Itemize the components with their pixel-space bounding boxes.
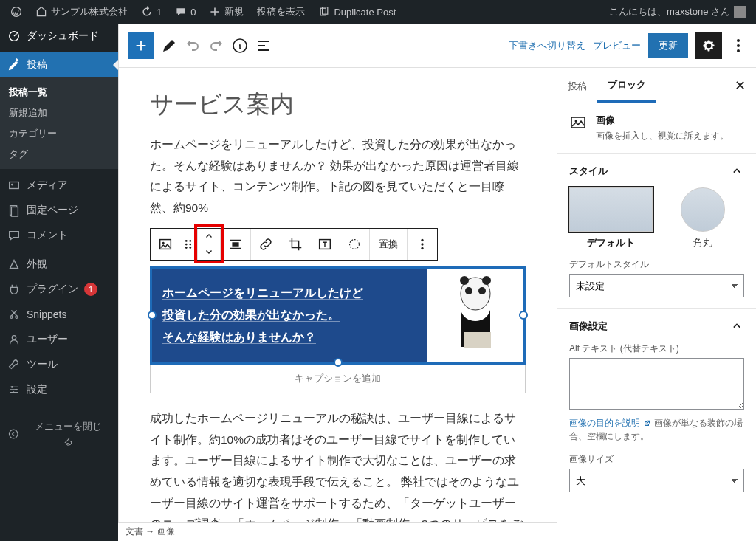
submenu-categories[interactable]: カテゴリー (0, 123, 118, 144)
paragraph-block[interactable]: ホームページをリニューアルしたけど、投資した分の効果が出なかった。そんな経験はあ… (150, 134, 526, 219)
svg-point-21 (185, 240, 188, 242)
block-type-icon[interactable] (151, 229, 180, 260)
menu-posts[interactable]: 投稿 (0, 52, 118, 77)
svg-point-24 (189, 243, 191, 245)
comments-count[interactable]: 0 (171, 0, 200, 24)
view-post[interactable]: 投稿を表示 (252, 0, 309, 24)
align-button[interactable] (221, 229, 250, 260)
svg-point-31 (421, 243, 423, 245)
svg-point-14 (9, 430, 18, 438)
editor-header: 下書きへ切り替え プレビュー 更新 (119, 24, 756, 68)
editor-canvas[interactable]: サービス案内 ホームページをリニューアルしたけど、投資した分の効果が出なかった。… (119, 68, 557, 541)
duplicate-post[interactable]: Duplicate Post (314, 0, 400, 24)
menu-collapse[interactable]: メニューを閉じる (0, 406, 118, 461)
image-content-text: ホームページをリニューアルしたけど 投資した分の効果が出なかった。 そんな経験は… (152, 269, 427, 362)
settings-button[interactable] (695, 32, 722, 59)
menu-posts-sub: 投稿一覧 新規追加 カテゴリー タグ (0, 77, 118, 169)
image-figure (427, 269, 523, 362)
edit-mode-icon[interactable] (160, 37, 178, 55)
block-toolbar: 置換 (150, 228, 438, 261)
svg-point-23 (185, 243, 188, 245)
block-movers (197, 229, 221, 260)
resize-handle-right[interactable] (519, 311, 528, 320)
menu-comments[interactable]: コメント (0, 223, 118, 248)
menu-plugins[interactable]: プラグイン1 (0, 277, 118, 302)
new-content[interactable]: 新規 (205, 0, 248, 24)
resize-handle-left[interactable] (148, 311, 157, 320)
inspector-panel: 投稿 ブロック ✕ 画像 画像を挿入し、視覚に訴えます。 スタイル (557, 68, 756, 541)
text-overlay-button[interactable] (310, 229, 340, 260)
menu-pages[interactable]: 固定ページ (0, 198, 118, 223)
image-block[interactable]: ホームページをリニューアルしたけど 投資した分の効果が出なかった。 そんな経験は… (150, 266, 526, 365)
link-button[interactable] (251, 229, 281, 260)
svg-point-36 (460, 276, 469, 285)
svg-point-12 (15, 389, 17, 391)
add-block-button[interactable] (128, 32, 154, 59)
menu-dashboard[interactable]: ダッシュボード (0, 24, 118, 49)
switch-to-draft[interactable]: 下書きへ切り替え (509, 39, 585, 52)
block-more-button[interactable] (408, 229, 437, 260)
updates[interactable]: 1 (137, 0, 166, 24)
svg-point-8 (10, 316, 13, 319)
move-down-button[interactable] (198, 244, 220, 260)
resize-handle-bottom[interactable] (334, 358, 343, 367)
plugin-update-badge: 1 (84, 283, 97, 296)
crop-button[interactable] (281, 229, 310, 260)
preview-link[interactable]: プレビュー (593, 39, 641, 52)
alt-text-input[interactable] (569, 358, 744, 410)
svg-rect-27 (232, 242, 238, 247)
block-drag-handle[interactable] (180, 229, 196, 260)
move-up-button[interactable] (198, 229, 220, 244)
duotone-button[interactable] (340, 229, 369, 260)
block-breadcrumb[interactable]: 文書 → 画像 (118, 522, 557, 541)
image-caption[interactable]: キャプションを追加 (150, 365, 526, 393)
panel-image-settings[interactable]: 画像設定 (569, 319, 744, 334)
panel-styles[interactable]: スタイル (569, 164, 744, 179)
image-size-select[interactable]: 大 (569, 469, 744, 492)
svg-point-30 (421, 239, 423, 241)
info-icon[interactable] (231, 37, 249, 55)
style-default[interactable]: デフォルト (569, 187, 653, 249)
block-description: 画像を挿入し、視覚に訴えます。 (596, 130, 729, 142)
svg-rect-39 (571, 117, 585, 128)
more-options-icon[interactable] (729, 37, 747, 55)
undo-icon[interactable] (184, 37, 202, 55)
svg-rect-38 (464, 332, 491, 348)
image-icon (569, 114, 587, 131)
tab-post[interactable]: 投稿 (557, 69, 597, 102)
menu-settings[interactable]: 設定 (0, 377, 118, 402)
block-editor: 下書きへ切り替え プレビュー 更新 サービス案内 ホームページをリニューアルした… (118, 24, 756, 541)
svg-point-37 (482, 276, 491, 285)
svg-point-17 (737, 44, 740, 47)
tab-block[interactable]: ブロック (597, 68, 656, 103)
site-name[interactable]: サンプル株式会社 (31, 0, 132, 24)
post-title[interactable]: サービス案内 (150, 89, 526, 121)
block-name: 画像 (596, 114, 729, 127)
svg-point-25 (185, 247, 188, 249)
outline-icon[interactable] (255, 37, 272, 55)
redo-icon[interactable] (207, 37, 225, 55)
update-button[interactable]: 更新 (648, 33, 688, 58)
admin-bar: サンプル株式会社 1 0 新規 投稿を表示 Duplicate Post こんに… (0, 0, 756, 24)
alt-help-text: 画像の目的を説明 画像が単なる装飾の場合、空欄にします。 (569, 416, 744, 443)
image-size-label: 画像サイズ (569, 453, 744, 466)
submenu-all-posts[interactable]: 投稿一覧 (0, 82, 118, 103)
svg-point-5 (11, 184, 13, 186)
alt-text-label: Alt テキスト (代替テキスト) (569, 342, 744, 355)
svg-point-32 (421, 247, 423, 249)
menu-users[interactable]: ユーザー (0, 327, 118, 352)
default-style-select[interactable]: 未設定 (569, 274, 744, 297)
menu-media[interactable]: メディア (0, 173, 118, 198)
paragraph-block[interactable]: 成功したホームページリニューアルの秘訣は、ユーザー目線によるサイト制作。約10%… (150, 408, 526, 541)
style-round[interactable]: 角丸 (662, 187, 745, 249)
menu-appearance[interactable]: 外観 (0, 252, 118, 277)
close-inspector[interactable]: ✕ (724, 70, 756, 101)
greeting[interactable]: こんにちは、maxstone さん (605, 0, 750, 24)
submenu-tags[interactable]: タグ (0, 144, 118, 165)
menu-snippets[interactable]: Snippets (0, 302, 118, 327)
alt-help-link[interactable]: 画像の目的を説明 (569, 418, 640, 428)
replace-button[interactable]: 置換 (370, 229, 407, 260)
menu-tools[interactable]: ツール (0, 352, 118, 377)
wp-logo[interactable] (6, 0, 27, 24)
submenu-new-post[interactable]: 新規追加 (0, 103, 118, 123)
